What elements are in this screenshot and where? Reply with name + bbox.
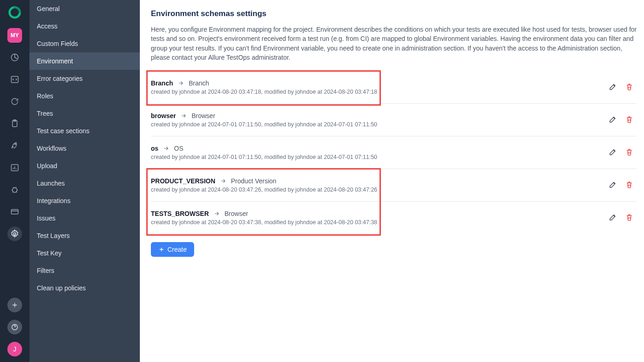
settings-nav-item[interactable]: General — [29, 0, 140, 17]
schema-content: PRODUCT_VERSIONProduct Versioncreated by… — [151, 177, 607, 193]
arrow-right-icon — [220, 178, 226, 184]
schema-key: os — [151, 145, 158, 152]
trash-icon — [625, 115, 633, 125]
schema-meta: created by johndoe at 2024-08-20 03:47:2… — [151, 187, 607, 193]
schema-value: OS — [174, 145, 183, 152]
trash-icon — [625, 83, 633, 92]
settings-nav-item[interactable]: Integrations — [29, 192, 140, 209]
svg-rect-1 — [12, 76, 18, 82]
schema-row: osOScreated by johndoe at 2024-07-01 07:… — [151, 136, 637, 169]
edit-button[interactable] — [607, 114, 618, 125]
schema-meta: created by johndoe at 2024-07-01 07:11:5… — [151, 154, 607, 160]
trash-icon — [625, 181, 633, 190]
refresh-icon[interactable] — [7, 94, 22, 109]
schema-mapping: browserBrowser — [151, 112, 607, 119]
svg-rect-6 — [12, 209, 18, 214]
page-description: Here, you configure Environment mapping … — [151, 25, 637, 62]
clipboard-icon[interactable] — [7, 116, 22, 131]
delete-button[interactable] — [624, 147, 635, 158]
schema-mapping: BranchBranch — [151, 79, 607, 87]
schema-mapping: PRODUCT_VERSIONProduct Version — [151, 177, 607, 185]
settings-nav-item[interactable]: Filters — [29, 262, 140, 279]
schema-meta: created by johndoe at 2024-08-20 03:47:1… — [151, 89, 607, 95]
schema-row: BranchBranchcreated by johndoe at 2024-0… — [151, 71, 637, 104]
trash-icon — [625, 148, 633, 158]
settings-nav-item[interactable]: Workflows — [29, 140, 140, 157]
overview-icon[interactable] — [7, 50, 22, 65]
settings-gear-icon[interactable] — [7, 226, 22, 241]
card-icon[interactable] — [7, 204, 22, 219]
schema-value: Branch — [189, 79, 209, 87]
settings-nav-item[interactable]: Access — [29, 17, 140, 35]
schema-key: TESTS_BROWSER — [151, 210, 209, 217]
schema-content: BranchBranchcreated by johndoe at 2024-0… — [151, 79, 607, 95]
schema-mapping: osOS — [151, 145, 607, 152]
schema-row: PRODUCT_VERSIONProduct Versioncreated by… — [151, 169, 637, 202]
delete-button[interactable] — [624, 114, 635, 125]
settings-nav-item[interactable]: Issues — [29, 209, 140, 227]
chart-icon[interactable] — [7, 160, 22, 175]
schema-key: browser — [151, 112, 176, 119]
schema-key: Branch — [151, 79, 173, 87]
icon-rail: MY J — [0, 0, 29, 362]
schema-actions — [607, 114, 637, 125]
page-title: Environment schemas settings — [151, 9, 637, 18]
schema-list: BranchBranchcreated by johndoe at 2024-0… — [151, 71, 637, 234]
schema-content: osOScreated by johndoe at 2024-07-01 07:… — [151, 145, 607, 160]
pencil-icon — [609, 148, 617, 158]
delete-button[interactable] — [624, 212, 635, 223]
schema-actions — [607, 82, 637, 93]
create-button[interactable]: Create — [151, 242, 194, 257]
trash-icon — [625, 213, 633, 223]
create-button-label: Create — [167, 246, 187, 253]
code-icon[interactable] — [7, 72, 22, 87]
settings-nav: GeneralAccessCustom FieldsEnvironmentErr… — [29, 0, 140, 362]
settings-nav-item[interactable]: Clean up policies — [29, 279, 140, 297]
settings-nav-item[interactable]: Upload — [29, 157, 140, 175]
pencil-icon — [609, 181, 617, 190]
schema-value: Browser — [224, 210, 248, 217]
settings-nav-item[interactable]: Custom Fields — [29, 35, 140, 52]
edit-button[interactable] — [607, 180, 618, 191]
settings-nav-item[interactable]: Test Key — [29, 244, 140, 262]
schema-value: Browser — [191, 112, 215, 119]
settings-nav-item[interactable]: Error categories — [29, 70, 140, 87]
main-content: Environment schemas settings Here, you c… — [140, 0, 644, 362]
schema-row: browserBrowsercreated by johndoe at 2024… — [151, 104, 637, 136]
pencil-icon — [609, 213, 617, 223]
schema-content: browserBrowsercreated by johndoe at 2024… — [151, 112, 607, 128]
app-logo-icon[interactable] — [8, 6, 22, 21]
schema-key: PRODUCT_VERSION — [151, 177, 215, 185]
settings-nav-item[interactable]: Trees — [29, 105, 140, 122]
schema-actions — [607, 212, 637, 223]
schema-value: Product Version — [231, 177, 276, 185]
delete-button[interactable] — [624, 180, 635, 191]
settings-nav-item[interactable]: Test case sections — [29, 122, 140, 140]
user-avatar[interactable]: J — [7, 342, 22, 356]
edit-button[interactable] — [607, 212, 618, 223]
delete-button[interactable] — [624, 82, 635, 93]
schema-content: TESTS_BROWSERBrowsercreated by johndoe a… — [151, 210, 607, 226]
schema-meta: created by johndoe at 2024-08-20 03:47:3… — [151, 219, 607, 226]
schema-mapping: TESTS_BROWSERBrowser — [151, 210, 607, 217]
add-icon[interactable] — [7, 298, 22, 312]
arrow-right-icon — [213, 210, 220, 217]
help-icon[interactable] — [7, 320, 22, 334]
plus-icon — [158, 246, 165, 253]
edit-button[interactable] — [607, 147, 618, 158]
pencil-icon — [609, 83, 617, 92]
schema-actions — [607, 180, 637, 191]
svg-point-7 — [14, 233, 16, 235]
rocket-icon[interactable] — [7, 138, 22, 153]
project-badge[interactable]: MY — [7, 28, 22, 43]
arrow-right-icon — [178, 80, 184, 86]
settings-nav-item[interactable]: Test Layers — [29, 227, 140, 244]
bug-icon[interactable] — [7, 182, 22, 197]
schema-row: TESTS_BROWSERBrowsercreated by johndoe a… — [151, 202, 637, 234]
edit-button[interactable] — [607, 82, 618, 93]
settings-nav-item[interactable]: Launches — [29, 175, 140, 192]
settings-nav-item[interactable]: Environment — [29, 52, 140, 70]
arrow-right-icon — [180, 113, 187, 119]
schema-list-wrap: BranchBranchcreated by johndoe at 2024-0… — [151, 71, 637, 234]
settings-nav-item[interactable]: Roles — [29, 87, 140, 105]
